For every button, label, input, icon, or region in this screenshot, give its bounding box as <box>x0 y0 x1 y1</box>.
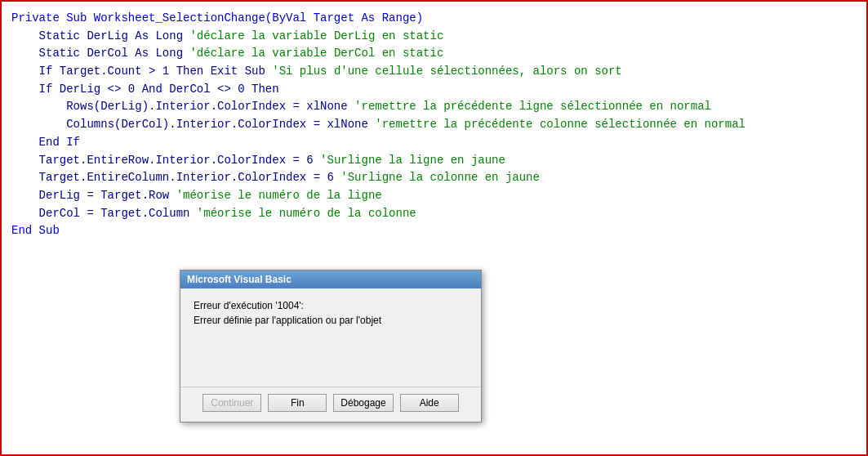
code-line: If DerLig <> 0 And DerCol <> 0 Then <box>11 81 857 99</box>
code-line: DerCol = Target.Column 'méorise le numér… <box>11 205 857 223</box>
error-code: Erreur d'exécution '1004': <box>194 300 468 311</box>
aide-button[interactable]: Aide <box>400 394 459 412</box>
error-dialog: Microsoft Visual Basic Erreur d'exécutio… <box>180 270 482 422</box>
dialog-body: Erreur d'exécution '1004': Erreur défini… <box>180 288 481 387</box>
code-line: Static DerLig As Long 'déclare la variab… <box>11 28 857 46</box>
code-line: Rows(DerLig).Interior.ColorIndex = xlNon… <box>11 98 857 116</box>
code-line: End Sub <box>11 222 857 240</box>
dialog-buttons: Continuer Fin Débogage Aide <box>180 387 481 422</box>
code-line: Private Sub Worksheet_SelectionChange(By… <box>11 10 857 28</box>
code-line: Columns(DerCol).Interior.ColorIndex = xl… <box>11 116 857 134</box>
dialog-title: Microsoft Visual Basic <box>187 274 292 285</box>
code-line: If Target.Count > 1 Then Exit Sub 'Si pl… <box>11 63 857 81</box>
code-line: Target.EntireColumn.Interior.ColorIndex … <box>11 169 857 187</box>
code-line: End If <box>11 134 857 152</box>
debogage-button[interactable]: Débogage <box>333 394 393 412</box>
code-line: Target.EntireRow.Interior.ColorIndex = 6… <box>11 152 857 170</box>
dialog-titlebar: Microsoft Visual Basic <box>180 270 481 288</box>
fin-button[interactable]: Fin <box>268 394 327 412</box>
error-desc: Erreur définie par l'application ou par … <box>194 315 468 326</box>
continue-button[interactable]: Continuer <box>203 394 261 412</box>
code-line: Static DerCol As Long 'déclare la variab… <box>11 45 857 63</box>
code-line: DerLig = Target.Row 'méorise le numéro d… <box>11 187 857 205</box>
